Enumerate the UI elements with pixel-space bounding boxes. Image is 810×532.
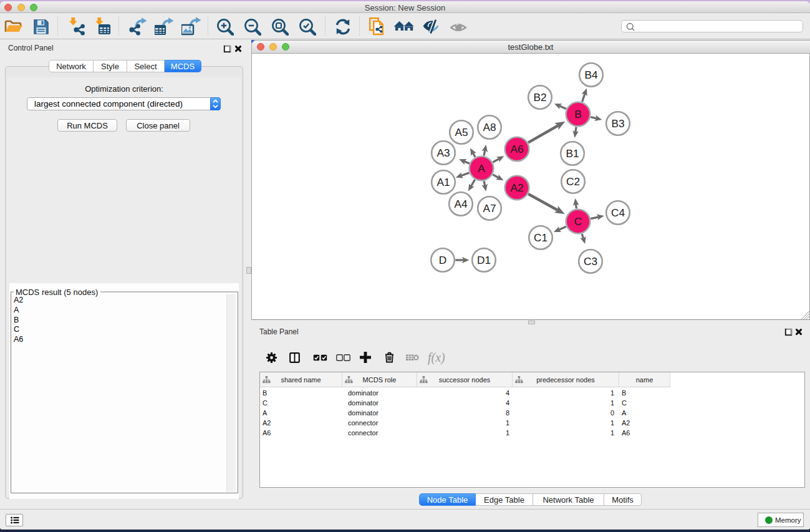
svg-text:D: D [439, 254, 446, 266]
svg-text:A1: A1 [436, 176, 450, 188]
svg-text:D1: D1 [477, 254, 491, 266]
svg-text:A6: A6 [510, 143, 523, 155]
svg-text:C: C [574, 215, 582, 228]
svg-text:B4: B4 [584, 69, 598, 81]
svg-text:B2: B2 [533, 91, 546, 104]
svg-text:A7: A7 [483, 202, 496, 215]
svg-text:A: A [478, 162, 485, 175]
svg-text:A4: A4 [454, 198, 468, 210]
svg-text:A2: A2 [510, 181, 523, 194]
svg-text:C1: C1 [534, 231, 547, 244]
svg-text:C4: C4 [611, 206, 625, 219]
svg-text:C2: C2 [566, 175, 580, 188]
svg-text:B: B [574, 108, 582, 120]
svg-text:A8: A8 [483, 121, 496, 133]
svg-text:A3: A3 [436, 147, 450, 159]
svg-text:A5: A5 [455, 126, 468, 138]
svg-text:C3: C3 [584, 255, 597, 268]
svg-text:B3: B3 [611, 117, 624, 130]
svg-text:B1: B1 [566, 147, 579, 160]
